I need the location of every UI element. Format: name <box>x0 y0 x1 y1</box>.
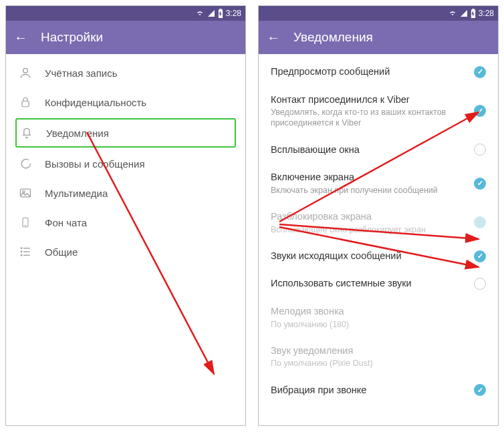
item-label: Мультимедиа <box>45 188 108 199</box>
setting-unlock: Разблокировка экрана Всплывающее окно ра… <box>259 203 498 242</box>
setting-title: Контакт присоединился к Viber <box>271 93 467 107</box>
item-label: Общие <box>45 246 78 258</box>
setting-title: Использовать системные звуки <box>271 277 467 290</box>
signal-icon <box>460 9 468 17</box>
item-label: Фон чата <box>45 217 87 228</box>
setting-notification-sound: Звук уведомления По умолчанию (Pixie Dus… <box>259 337 498 377</box>
back-icon[interactable]: ← <box>267 30 280 45</box>
item-label: Конфиденциальность <box>45 97 146 108</box>
notification-settings: Предпросмотр сообщений Контакт присоедин… <box>259 54 498 408</box>
setting-title: Включение экрана <box>271 171 467 184</box>
svg-point-9 <box>21 248 22 249</box>
checkbox[interactable] <box>474 144 486 156</box>
lock-icon <box>18 95 33 110</box>
item-label: Уведомления <box>46 128 109 139</box>
checkbox[interactable] <box>474 384 486 396</box>
setting-system-sounds[interactable]: Использовать системные звуки <box>259 270 498 298</box>
setting-ringtone: Мелодия звонка По умолчанию (180) <box>259 298 498 337</box>
item-account[interactable]: Учётная запись <box>6 58 245 87</box>
setting-title: Мелодия звонка <box>271 305 479 318</box>
phone-notifications: 3:28 ← Уведомления Предпросмотр сообщени… <box>258 5 499 426</box>
setting-subtitle: Уведомлять, когда кто-то из ваших контак… <box>271 107 467 129</box>
item-calls[interactable]: Вызовы и сообщения <box>6 149 245 178</box>
setting-subtitle: По умолчанию (Pixie Dust) <box>271 358 479 369</box>
setting-contact-joined[interactable]: Контакт присоединился к Viber Уведомлять… <box>259 86 498 136</box>
bell-icon <box>19 126 34 140</box>
page-title: Настройки <box>41 30 103 45</box>
setting-title: Разблокировка экрана <box>271 210 467 224</box>
checkbox[interactable] <box>474 278 486 290</box>
setting-subtitle: Всплывающее окно разблокирует экран <box>271 224 467 235</box>
status-time: 3:28 <box>479 9 494 18</box>
status-time: 3:28 <box>226 9 241 18</box>
item-notifications[interactable]: Уведомления <box>15 118 236 148</box>
item-media[interactable]: Мультимедиа <box>6 178 245 208</box>
phone-frame-icon <box>18 215 33 230</box>
phone-settings: 3:28 ← Настройки Учётная запись Конфиден… <box>5 5 246 426</box>
settings-list: Учётная запись Конфиденциальность Уведом… <box>6 54 245 270</box>
svg-point-11 <box>21 255 22 256</box>
image-icon <box>18 186 33 200</box>
item-label: Учётная запись <box>45 67 118 79</box>
svg-point-0 <box>23 68 28 73</box>
user-icon <box>18 65 33 80</box>
signal-icon <box>207 9 215 17</box>
setting-subtitle: По умолчанию (180) <box>271 319 479 330</box>
item-privacy[interactable]: Конфиденциальность <box>6 87 245 117</box>
svg-point-10 <box>21 251 22 252</box>
app-bar: ← Настройки <box>6 21 245 54</box>
app-bar: ← Уведомления <box>259 21 498 54</box>
wifi-icon <box>448 9 457 17</box>
setting-popups[interactable]: Всплывающие окна <box>259 136 498 164</box>
setting-preview[interactable]: Предпросмотр сообщений <box>259 58 498 86</box>
page-title: Уведомления <box>293 30 373 45</box>
list-icon <box>18 244 33 259</box>
setting-title: Предпросмотр сообщений <box>271 65 467 79</box>
checkbox[interactable] <box>474 105 486 117</box>
checkbox[interactable] <box>474 178 486 190</box>
status-bar: 3:28 <box>259 6 498 21</box>
back-icon[interactable]: ← <box>14 30 27 45</box>
setting-title: Звук уведомления <box>271 345 479 358</box>
status-bar: 3:28 <box>6 6 245 21</box>
setting-title: Звуки исходящих сообщений <box>271 250 467 263</box>
setting-title: Вибрация при звонке <box>271 384 467 397</box>
battery-icon <box>218 9 223 18</box>
item-label: Вызовы и сообщения <box>45 158 145 170</box>
checkbox <box>474 216 486 228</box>
battery-icon <box>471 9 476 18</box>
item-general[interactable]: Общие <box>6 237 245 266</box>
setting-screen-on[interactable]: Включение экрана Включать экран при полу… <box>259 164 498 203</box>
svg-rect-1 <box>22 101 29 107</box>
chat-icon <box>18 156 33 171</box>
wifi-icon <box>195 9 205 17</box>
setting-subtitle: Включать экран при получении сообщений <box>271 185 467 196</box>
checkbox[interactable] <box>474 66 486 78</box>
checkbox[interactable] <box>474 250 486 262</box>
item-background[interactable]: Фон чата <box>6 208 245 237</box>
setting-outgoing-sounds[interactable]: Звуки исходящих сообщений <box>259 242 498 270</box>
setting-call-vibrate[interactable]: Вибрация при звонке <box>259 377 498 405</box>
setting-title: Всплывающие окна <box>271 144 467 157</box>
